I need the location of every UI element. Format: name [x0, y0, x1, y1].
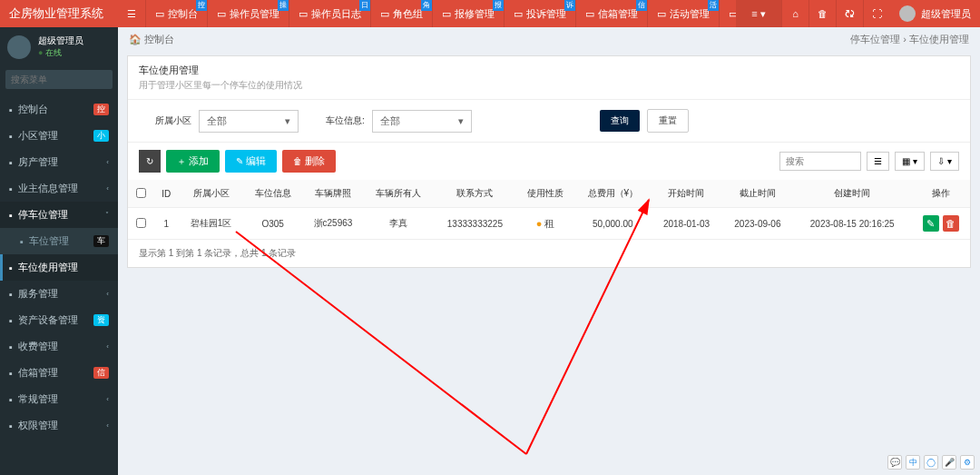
top-tab[interactable]: ▭活动管理活 [647, 0, 719, 27]
sidebar-item[interactable]: ▪收费管理‹ [0, 333, 118, 360]
top-tab[interactable]: ▭操作员日志日 [289, 0, 370, 27]
trash-icon[interactable]: 🗑 [808, 0, 836, 27]
filter-slot-label: 车位信息: [326, 114, 365, 127]
breadcrumb-home[interactable]: 🏠 控制台 [129, 33, 174, 46]
pagination-info: 显示第 1 到第 1 条记录，总共 1 条记录 [128, 240, 970, 267]
top-tab[interactable]: ▭投诉管理诉 [504, 0, 575, 27]
filter-community-select[interactable]: 全部▾ [199, 110, 299, 133]
column-header: 截止时间 [722, 180, 793, 208]
ft-mic-icon[interactable]: 🎤 [942, 455, 956, 470]
view-list-button[interactable]: ☰ [867, 152, 889, 171]
sidebar-item[interactable]: ▪服务管理‹ [0, 281, 118, 307]
filter-slot-select[interactable]: 全部▾ [372, 110, 472, 133]
row-checkbox[interactable] [136, 218, 146, 228]
table-search-input[interactable] [779, 152, 861, 171]
refresh-table-button[interactable]: ↻ [139, 150, 161, 173]
user-name: 超级管理员 [38, 35, 83, 47]
column-header: 车辆所有人 [364, 180, 434, 208]
search-button[interactable]: 查询 [600, 110, 640, 132]
row-edit-button[interactable]: ✎ [923, 215, 939, 232]
column-header: 操作 [911, 180, 970, 208]
delete-button[interactable]: 🗑 删除 [282, 150, 336, 173]
top-tab[interactable]: ▭房产管理房 [719, 0, 736, 27]
topbar-dropdown[interactable]: ≡ ▾ [736, 0, 781, 27]
add-button[interactable]: ＋添加 [166, 150, 220, 173]
sidebar-item[interactable]: ▪房产管理‹ [0, 149, 118, 175]
table-row[interactable]: 1 碧桂园1区 O305 浙c25963 李真 13333333225 ● 租 … [128, 208, 970, 240]
column-header: 所属小区 [179, 180, 243, 208]
page-title: 车位使用管理 [139, 64, 959, 77]
edit-button[interactable]: ✎ 编辑 [225, 150, 277, 173]
ft-circle-icon[interactable]: ◯ [924, 455, 938, 470]
avatar [7, 35, 31, 59]
sidebar-item[interactable]: ▪信箱管理信 [0, 360, 118, 386]
column-header: 联系方式 [434, 180, 516, 208]
top-tab[interactable]: ▭信箱管理信 [575, 0, 647, 27]
user-menu[interactable]: 超级管理员 [890, 0, 980, 27]
sidebar-item[interactable]: ▪控制台控 [0, 96, 118, 123]
column-header: ID [154, 180, 179, 208]
view-grid-button[interactable]: ▦ ▾ [895, 152, 925, 171]
ft-gear-icon[interactable]: ⚙ [960, 455, 975, 470]
sidebar-item[interactable]: ▪常规管理‹ [0, 386, 118, 412]
sidebar-item[interactable]: ▪资产设备管理资 [0, 307, 118, 333]
breadcrumb: 停车位管理 › 车位使用管理 [850, 33, 969, 46]
app-logo: 企房物业管理系统 [0, 0, 118, 27]
reset-button[interactable]: 重置 [647, 109, 689, 133]
user-name-top: 超级管理员 [921, 7, 971, 21]
filter-community-label: 所属小区 [155, 114, 191, 127]
ft-lang-icon[interactable]: 中 [906, 455, 920, 470]
select-all-checkbox[interactable] [136, 188, 146, 198]
sidebar-item[interactable]: ▪车位使用管理 [0, 254, 118, 281]
menu-search-input[interactable] [5, 70, 113, 89]
ft-chat-icon[interactable]: 💬 [887, 455, 902, 470]
user-panel: 超级管理员 在线 [0, 27, 118, 66]
fullscreen-icon[interactable]: ⛶ [863, 0, 890, 27]
home-icon[interactable]: ⌂ [781, 0, 808, 27]
column-header: 使用性质 [516, 180, 575, 208]
column-header: 车位信息 [243, 180, 302, 208]
sidebar-item[interactable]: ▪权限管理‹ [0, 412, 118, 439]
export-button[interactable]: ⇩ ▾ [930, 152, 959, 171]
menu-toggle[interactable]: ☰ [118, 0, 145, 27]
sidebar-item[interactable]: ▪车位管理车 [0, 228, 118, 254]
refresh-icon[interactable]: 🗘 [836, 0, 863, 27]
float-tools: 💬 中 ◯ 🎤 ⚙ [887, 455, 975, 470]
top-tab[interactable]: ▭报修管理报 [432, 0, 504, 27]
row-delete-button[interactable]: 🗑 [943, 215, 959, 232]
sidebar-item[interactable]: ▪业主信息管理‹ [0, 175, 118, 202]
panel-header: 车位使用管理 用于管理小区里每一个停车位的使用情况 [128, 56, 970, 100]
avatar [899, 5, 916, 22]
top-tab[interactable]: ▭控制台控 [145, 0, 207, 27]
sidebar-item[interactable]: ▪停车位管理˅ [0, 202, 118, 228]
column-header: 总费用（¥） [574, 180, 651, 208]
column-header: 开始时间 [651, 180, 721, 208]
user-status: 在线 [38, 47, 83, 59]
sidebar-item[interactable]: ▪小区管理小 [0, 123, 118, 149]
top-tab[interactable]: ▭角色组角 [370, 0, 432, 27]
column-header: 创建时间 [793, 180, 911, 208]
top-tab[interactable]: ▭操作员管理操 [207, 0, 289, 27]
page-desc: 用于管理小区里每一个停车位的使用情况 [139, 79, 959, 92]
column-header: 车辆牌照 [302, 180, 364, 208]
column-header [128, 180, 154, 208]
